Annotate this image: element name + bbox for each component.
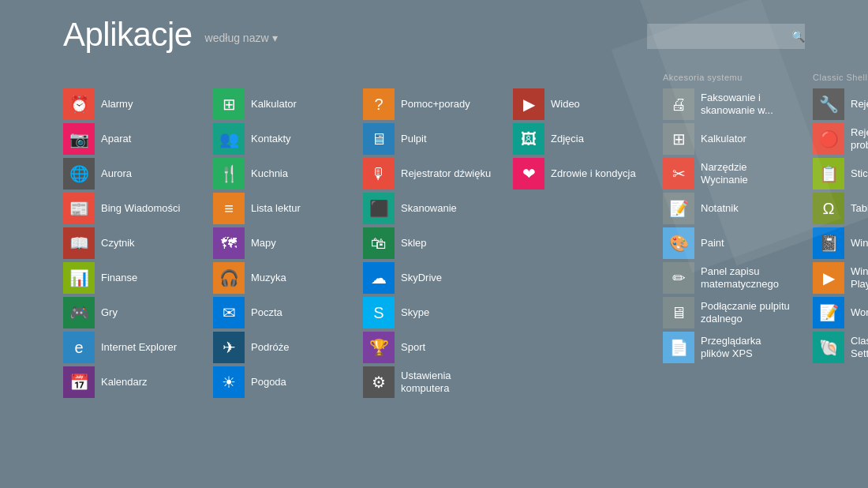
app-item-zdrowie[interactable]: ❤Zdrowie i kondycja bbox=[513, 156, 647, 191]
app-item-rejdz[interactable]: 🎙Rejestrator dźwięku bbox=[363, 156, 497, 191]
app-item-czytnik[interactable]: 📖Czytnik bbox=[63, 226, 197, 261]
header: Aplikacje według nazw ▾ 🔍 bbox=[0, 0, 868, 62]
app-icon-wideo: ▶ bbox=[513, 88, 544, 120]
app-icon-podlaczanie: 🖥 bbox=[663, 297, 694, 328]
apps-column-col5: Akcesoria systemu🖨Faksowanie i skanowani… bbox=[663, 68, 797, 479]
app-item-podlaczanie[interactable]: 🖥Podłączanie pulpitu zdalnego bbox=[663, 295, 797, 330]
app-label-pulpit: Pulpit bbox=[401, 133, 427, 145]
app-icon-narzedzie: ✂ bbox=[663, 158, 694, 190]
app-icon-tablica: Ω bbox=[813, 193, 844, 224]
app-icon-gry: 🎮 bbox=[63, 297, 95, 328]
search-input[interactable] bbox=[653, 30, 791, 43]
app-icon-muzyka: 🎧 bbox=[213, 262, 245, 294]
app-item-sticky[interactable]: 📋Sticky Notes bbox=[813, 156, 868, 191]
app-item-faksowanie[interactable]: 🖨Faksowanie i skanowanie w... bbox=[663, 87, 797, 122]
app-label-mapy: Mapy bbox=[251, 237, 276, 250]
app-label-faksowanie: Faksowanie i skanowanie w... bbox=[701, 92, 792, 116]
app-item-pogoda[interactable]: ☀Pogoda bbox=[213, 365, 347, 400]
app-item-przegladarka[interactable]: 📄Przeglądarka plików XPS bbox=[663, 330, 797, 365]
app-label-czytnik: Czytnik bbox=[101, 237, 135, 250]
page-title: Aplikacje bbox=[63, 16, 193, 54]
app-label-aurora: Aurora bbox=[101, 167, 132, 180]
app-item-sklep[interactable]: 🛍Sklep bbox=[363, 226, 497, 261]
app-item-classicexp[interactable]: 🐚Classic Explorer Settings bbox=[813, 330, 868, 365]
app-icon-sklep: 🛍 bbox=[363, 227, 395, 259]
app-label-alarmy: Alarmy bbox=[101, 98, 133, 111]
app-label-sticky: Sticky Notes bbox=[851, 167, 868, 180]
app-label-kalk2: Kalkulator bbox=[701, 133, 746, 145]
section-header bbox=[513, 68, 647, 87]
app-icon-faksowanie: 🖨 bbox=[663, 88, 694, 120]
app-label-tablica: Tablica znaków bbox=[851, 202, 868, 215]
app-label-poczta: Poczta bbox=[251, 306, 282, 319]
app-icon-notatnik: 📝 bbox=[663, 193, 694, 224]
app-item-skanowanie[interactable]: ⬛Skanowanie bbox=[363, 191, 497, 226]
app-item-winjournal[interactable]: 📓Windows Journ... bbox=[813, 226, 868, 261]
app-label-kalendarz: Kalendarz bbox=[101, 376, 148, 389]
app-item-ustawienia[interactable]: ⚙Ustawienia komputera bbox=[363, 365, 497, 400]
app-item-skydrive[interactable]: ☁SkyDrive bbox=[363, 261, 497, 295]
app-item-alarmy[interactable]: ⏰Alarmy bbox=[63, 87, 197, 122]
app-item-pulpit[interactable]: 🖥Pulpit bbox=[363, 122, 497, 156]
app-item-panel[interactable]: ✏Panel zapisu matematycznego bbox=[663, 261, 797, 295]
apps-column-col4: ▶Wideo🖼Zdjęcia❤Zdrowie i kondycja bbox=[513, 68, 647, 479]
app-label-wideo: Wideo bbox=[551, 98, 580, 111]
sort-control[interactable]: według nazw ▾ bbox=[205, 32, 278, 44]
app-item-winmedia[interactable]: ▶Windows Media Player bbox=[813, 261, 868, 295]
app-icon-kalkulator: ⊞ bbox=[213, 88, 245, 120]
app-item-ie[interactable]: eInternet Explorer bbox=[63, 330, 197, 365]
app-item-paint[interactable]: 🎨Paint bbox=[663, 226, 797, 261]
section-header: Akcesoria systemu bbox=[663, 68, 797, 87]
app-item-gry[interactable]: 🎮Gry bbox=[63, 295, 197, 330]
app-icon-listalektur: ≡ bbox=[213, 193, 245, 224]
app-item-wideo[interactable]: ▶Wideo bbox=[513, 87, 647, 122]
app-icon-sport: 🏆 bbox=[363, 332, 395, 363]
app-icon-rejdz2: 🔧 bbox=[813, 88, 844, 120]
search-box[interactable]: 🔍 bbox=[647, 24, 805, 49]
app-item-kontakty[interactable]: 👥Kontakty bbox=[213, 122, 347, 156]
app-item-rejpro[interactable]: 🔴Rejestrator problemów bbox=[813, 122, 868, 156]
app-item-notatnik[interactable]: 📝Notatnik bbox=[663, 191, 797, 226]
app-label-wordpad: WordPad bbox=[851, 306, 868, 319]
app-item-narzedzie[interactable]: ✂Narzędzie Wycinanie bbox=[663, 156, 797, 191]
app-item-poczta[interactable]: ✉Poczta bbox=[213, 295, 347, 330]
apps-column-col3: ?Pomoc+porady🖥Pulpit🎙Rejestrator dźwięku… bbox=[363, 68, 497, 479]
app-icon-paint: 🎨 bbox=[663, 227, 694, 259]
app-label-bing: Bing Wiadomości bbox=[101, 202, 180, 215]
app-item-muzyka[interactable]: 🎧Muzyka bbox=[213, 261, 347, 295]
app-item-listalektur[interactable]: ≡Lista lektur bbox=[213, 191, 347, 226]
app-label-skydrive: SkyDrive bbox=[401, 272, 442, 284]
app-item-kalkulator[interactable]: ⊞Kalkulator bbox=[213, 87, 347, 122]
apps-column-col6: Classic Shell🔧Rejestrator dźw...🔴Rejestr… bbox=[813, 68, 868, 479]
app-item-podroze[interactable]: ✈Podróże bbox=[213, 330, 347, 365]
app-label-skype: Skype bbox=[401, 306, 429, 319]
app-icon-pogoda: ☀ bbox=[213, 366, 245, 398]
app-icon-finanse: 📊 bbox=[63, 262, 95, 294]
app-item-kuchnia[interactable]: 🍴Kuchnia bbox=[213, 156, 347, 191]
apps-column-col1: ⏰Alarmy📷Aparat🌐Aurora📰Bing Wiadomości📖Cz… bbox=[63, 68, 197, 479]
app-icon-ustawienia: ⚙ bbox=[363, 366, 395, 398]
app-label-przegladarka: Przeglądarka plików XPS bbox=[701, 335, 792, 359]
app-item-aparat[interactable]: 📷Aparat bbox=[63, 122, 197, 156]
app-icon-zdrowie: ❤ bbox=[513, 158, 544, 190]
app-item-mapy[interactable]: 🗺Mapy bbox=[213, 226, 347, 261]
app-item-zdjecia[interactable]: 🖼Zdjęcia bbox=[513, 122, 647, 156]
app-item-finanse[interactable]: 📊Finanse bbox=[63, 261, 197, 295]
app-item-aurora[interactable]: 🌐Aurora bbox=[63, 156, 197, 191]
app-item-kalk2[interactable]: ⊞Kalkulator bbox=[663, 122, 797, 156]
app-icon-kontakty: 👥 bbox=[213, 123, 245, 155]
app-item-skype[interactable]: SSkype bbox=[363, 295, 497, 330]
app-item-bing[interactable]: 📰Bing Wiadomości bbox=[63, 191, 197, 226]
app-item-sport[interactable]: 🏆Sport bbox=[363, 330, 497, 365]
search-icon[interactable]: 🔍 bbox=[791, 30, 805, 43]
app-item-wordpad[interactable]: 📝WordPad bbox=[813, 295, 868, 330]
app-item-pomoc[interactable]: ?Pomoc+porady bbox=[363, 87, 497, 122]
app-item-tablica[interactable]: ΩTablica znaków bbox=[813, 191, 868, 226]
app-label-muzyka: Muzyka bbox=[251, 272, 286, 284]
app-label-sklep: Sklep bbox=[401, 237, 427, 250]
app-label-panel: Panel zapisu matematycznego bbox=[701, 265, 792, 290]
app-icon-aparat: 📷 bbox=[63, 123, 95, 155]
app-item-kalendarz[interactable]: 📅Kalendarz bbox=[63, 365, 197, 400]
app-item-rejdz2[interactable]: 🔧Rejestrator dźw... bbox=[813, 87, 868, 122]
app-label-ustawienia: Ustawienia komputera bbox=[401, 370, 492, 394]
